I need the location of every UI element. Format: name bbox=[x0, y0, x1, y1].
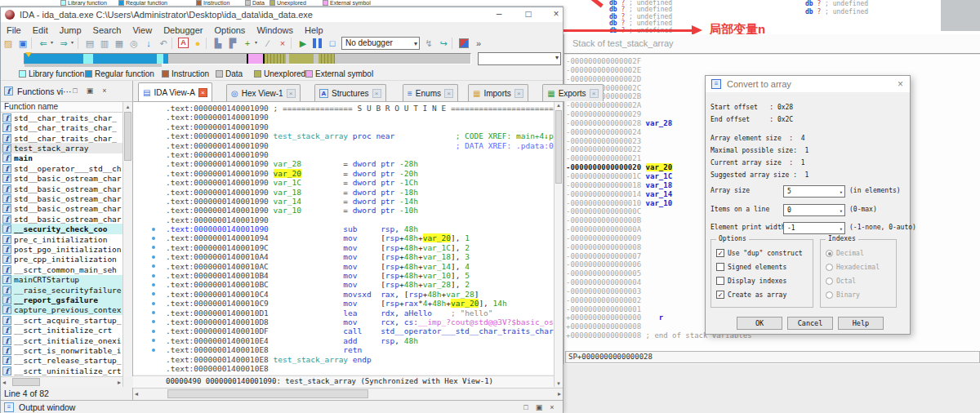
checkbox-display-indexes[interactable]: Display indexes bbox=[716, 276, 786, 286]
jump-down-icon[interactable]: ↓ bbox=[141, 37, 156, 51]
items-on-a-line-input[interactable]: 0▾ bbox=[783, 204, 845, 216]
function-list-item[interactable]: fpre_c_initialization bbox=[1, 234, 122, 244]
function-list-item[interactable]: fstd__char_traits_char_ bbox=[1, 133, 122, 143]
back-icon[interactable]: ⇐ bbox=[36, 37, 51, 51]
disasm-line[interactable]: .text:00000001400010A4 mov [rsp+48h+var_… bbox=[133, 252, 554, 261]
checkbox-signed-elements[interactable]: Signed elements bbox=[716, 262, 786, 272]
disasm-line[interactable]: .text:00000001400010E4 add rsp, 48h bbox=[133, 336, 554, 345]
jump-xref-icon[interactable]: ▦ bbox=[112, 37, 127, 51]
function-list-item[interactable]: f__scrt_initialize_onexi bbox=[1, 335, 122, 345]
scrollbar-thumb[interactable] bbox=[12, 378, 40, 386]
disasm-line[interactable]: .text:000000014000109C mov [rsp+48h+var_… bbox=[133, 243, 554, 252]
jump-type-icon[interactable]: ▥ bbox=[97, 37, 112, 51]
disasm-line[interactable]: .text:0000000140001094 mov [rsp+48h+var_… bbox=[133, 233, 554, 242]
function-list-item[interactable]: fcapture_previous_contex bbox=[1, 305, 122, 315]
debugger-stop-icon[interactable]: □ bbox=[325, 37, 340, 51]
stack-row[interactable]: -000000000000002F bbox=[566, 57, 752, 66]
disasm-horizontal-scrollbar[interactable]: ◂ ▸ bbox=[133, 388, 563, 399]
scroll-left-icon[interactable]: ◂ bbox=[2, 377, 6, 388]
disasm-line[interactable]: .text:00000001400010BC mov [rsp+48h+var_… bbox=[133, 280, 554, 289]
tab-close-icon[interactable]: × bbox=[514, 89, 523, 98]
toolbar-overflow-icon[interactable]: » bbox=[471, 37, 486, 51]
panel-maximize-button[interactable]: □ bbox=[520, 402, 532, 413]
function-list-item[interactable]: f__scrt_is_nonwritable_i bbox=[1, 345, 122, 355]
tab-hex-view-1[interactable]: ◎Hex View-1× bbox=[226, 84, 301, 101]
output-window-bar[interactable]: ≡ Output window □ ▣ × bbox=[1, 400, 563, 413]
disasm-line[interactable]: .text:00000001400010E8 bbox=[133, 364, 554, 373]
tab-structures[interactable]: AStructures× bbox=[314, 84, 386, 101]
disasm-line[interactable]: .text:0000000140001090 var_18 = dword pt… bbox=[133, 188, 554, 197]
delete-func-icon[interactable]: × bbox=[275, 37, 290, 51]
disasm-line[interactable]: .text:00000001400010D8 mov rcx, cs:__imp… bbox=[133, 318, 554, 326]
menu-file[interactable]: File bbox=[1, 24, 27, 35]
radio-hexadecimal[interactable]: Hexadecimal bbox=[826, 262, 880, 272]
disasm-line[interactable]: .text:00000001400010B4 mov [rsp+48h+var_… bbox=[133, 271, 554, 280]
disasm-line[interactable]: .text:0000000140001090 test_stack_array … bbox=[133, 131, 554, 140]
forward-icon[interactable]: ⇒ bbox=[56, 37, 71, 51]
tab-close-icon[interactable]: × bbox=[287, 89, 296, 98]
scroll-up-icon[interactable]: ▴ bbox=[555, 102, 563, 109]
panel-maximize-button[interactable]: □ bbox=[69, 86, 81, 96]
radio-binary[interactable]: Binary bbox=[826, 290, 860, 300]
search-again-icon[interactable]: ↶ bbox=[156, 37, 171, 51]
attach-icon[interactable]: ↯ bbox=[421, 37, 436, 51]
help-button[interactable]: Help bbox=[838, 317, 884, 330]
radio-icon[interactable] bbox=[826, 250, 833, 257]
function-list-item[interactable]: f__scrt_uninitialize_crt bbox=[1, 366, 122, 375]
function-list-item[interactable]: f__report_gsfailure bbox=[1, 295, 122, 304]
menu-help[interactable]: Help bbox=[299, 24, 329, 35]
checkbox-create-as-array[interactable]: ✓Create as array bbox=[716, 290, 786, 300]
function-list-item[interactable]: fpost_pgo_initialization bbox=[1, 244, 122, 254]
scroll-right-icon[interactable]: ▸ bbox=[558, 389, 561, 399]
function-list-item[interactable]: fstd__basic_ostream_char bbox=[1, 184, 122, 193]
disasm-line[interactable]: .text:00000001400010AC mov [rsp+48h+var_… bbox=[133, 262, 554, 271]
menu-debugger[interactable]: Debugger bbox=[158, 24, 208, 35]
disasm-line[interactable]: .text:00000001400010DF call std__operato… bbox=[133, 326, 554, 335]
function-list-item[interactable]: f__scrt_acquire_startup_ bbox=[1, 315, 122, 325]
disasm-line[interactable]: .text:0000000140001090 var_20 = dword pt… bbox=[133, 169, 554, 178]
disasm-line[interactable]: .text:00000001400010C4 movsxd rax, [rsp+… bbox=[133, 290, 554, 299]
radio-icon[interactable] bbox=[826, 278, 833, 285]
nav-combo[interactable]: ▾ bbox=[478, 52, 561, 65]
disasm-line[interactable]: .text:0000000140001090 ; ===============… bbox=[133, 104, 554, 113]
scroll-right-icon[interactable]: ▸ bbox=[118, 377, 121, 388]
tab-close-icon[interactable]: × bbox=[590, 89, 599, 98]
disasm-line[interactable]: .text:00000001400010C9 mov [rsp+rax*4+48… bbox=[133, 299, 554, 308]
function-list-item[interactable]: fmainCRTStartup bbox=[1, 275, 122, 285]
tab-imports[interactable]: ▦Imports× bbox=[468, 84, 528, 101]
menu-edit[interactable]: Edit bbox=[27, 24, 54, 35]
disasm-line[interactable]: .text:0000000140001090 bbox=[133, 150, 554, 159]
checkbox-icon[interactable] bbox=[716, 263, 724, 271]
function-list-item[interactable]: f__scrt_release_startup_ bbox=[1, 356, 122, 366]
idea-icon[interactable]: ● bbox=[190, 37, 205, 51]
function-list-item[interactable]: f__scrt_initialize_crt bbox=[1, 326, 122, 335]
step-icon[interactable]: ↪ bbox=[436, 37, 451, 51]
function-list-item[interactable]: fstd__char_traits_char_ bbox=[1, 122, 122, 132]
navigation-band[interactable] bbox=[24, 53, 471, 64]
cancel-button[interactable]: Cancel bbox=[787, 317, 833, 330]
functions-horizontal-scrollbar[interactable]: ◂ ▸ bbox=[1, 376, 123, 387]
panel-close-button[interactable]: × bbox=[99, 86, 110, 96]
chevron-down-icon[interactable]: ▾ bbox=[51, 36, 56, 50]
function-list-item[interactable]: fmain bbox=[1, 153, 122, 163]
menu-jump[interactable]: Jump bbox=[54, 24, 87, 35]
debugger-combo[interactable]: No debugger▾ bbox=[341, 37, 420, 50]
checkbox-icon[interactable]: ✓ bbox=[716, 291, 724, 299]
array-size-input[interactable]: 5▾ bbox=[783, 185, 845, 198]
tab-close-icon[interactable]: × bbox=[198, 88, 207, 97]
colors-icon[interactable]: A bbox=[178, 38, 189, 48]
scroll-left-icon[interactable]: ◂ bbox=[135, 389, 138, 399]
radio-icon[interactable] bbox=[826, 291, 833, 299]
disasm-line[interactable]: .text:0000000140001090 var_14 = dword pt… bbox=[133, 197, 554, 206]
tab-ida-view-a[interactable]: ▤IDA View-A× bbox=[138, 82, 212, 101]
function-list-item[interactable]: fstd__basic_ostream_char bbox=[1, 214, 122, 224]
disasm-line[interactable]: .text:0000000140001090 sub rsp, 48h bbox=[133, 224, 554, 233]
calc-icon[interactable]: ▙ bbox=[211, 37, 225, 51]
radio-octal[interactable]: Octal bbox=[826, 276, 856, 286]
minimize-button[interactable]: – bbox=[488, 7, 510, 21]
functions-vertical-scrollbar[interactable]: ▴ bbox=[123, 102, 133, 376]
disasm-line[interactable]: .text:0000000140001090 var_1C = dword pt… bbox=[133, 178, 554, 187]
maximize-button[interactable]: □ bbox=[517, 7, 540, 21]
scrollbar-thumb[interactable] bbox=[124, 112, 131, 161]
function-list-item[interactable]: fstd__char_traits_char_ bbox=[1, 113, 122, 122]
